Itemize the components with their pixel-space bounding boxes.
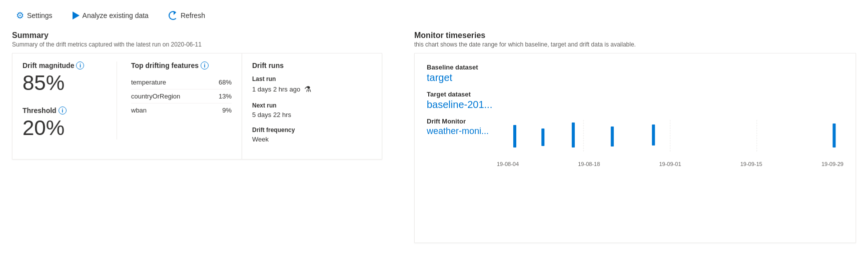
metrics-inner: Drift magnitude i 85% Threshold i 20% [23,62,232,140]
timeseries-section: Monitor timeseries this chart shows the … [414,31,856,243]
drift-magnitude-col: Drift magnitude i 85% Threshold i 20% [23,62,103,140]
top-features-col: Top drifting features i temperature 68% … [131,62,232,140]
chart-xaxis: 19-08-04 19-08-18 19-09-01 19-09-15 19-0… [497,161,843,167]
svg-rect-4 [652,124,655,146]
feature-row-2: wban 9% [131,104,232,117]
feature-row-1: countryOrRegion 13% [131,90,232,104]
top-features-header: Top drifting features i [131,62,232,70]
settings-label: Settings [27,12,53,20]
summary-cards: Drift magnitude i 85% Threshold i 20% [12,53,402,160]
target-dataset-row: Target dataset baseline-201... [427,90,843,110]
main-content: Summary Summary of the drift metrics cap… [12,31,856,243]
play-icon [73,12,80,20]
svg-rect-1 [541,128,544,146]
metrics-card: Drift magnitude i 85% Threshold i 20% [12,53,242,160]
timeseries-title: Monitor timeseries [414,31,856,40]
last-run-value: 1 days 2 hrs ago ⚗ [252,84,372,94]
feature-name-1: countryOrRegion [131,92,180,100]
threshold-value: 20% [23,116,103,140]
vertical-divider [117,62,117,140]
xaxis-label-0: 19-08-04 [497,161,519,167]
settings-button[interactable]: ⚙ Settings [12,8,57,23]
summary-subtitle: Summary of the drift metrics captured wi… [12,41,402,48]
drift-frequency-label: Drift frequency [252,126,372,134]
xaxis-label-1: 19-08-18 [578,161,600,167]
svg-rect-5 [832,124,835,148]
threshold-label: Threshold i [23,106,103,114]
refresh-button[interactable]: Refresh [165,9,209,22]
drift-frequency-value: Week [252,136,372,143]
flask-icon: ⚗ [304,84,311,94]
summary-title: Summary [12,31,402,40]
drift-magnitude-value: 85% [23,72,103,94]
last-run-label: Last run [252,76,372,82]
xaxis-label-4: 19-09-29 [821,161,843,167]
feature-row-0: temperature 68% [131,76,232,90]
drift-monitor-label: Drift Monitor [427,118,497,125]
summary-section: Summary Summary of the drift metrics cap… [12,31,402,243]
refresh-label: Refresh [181,12,205,20]
svg-rect-0 [513,125,516,148]
analyze-button[interactable]: Analyze existing data [69,10,153,22]
target-dataset-label: Target dataset [427,90,843,98]
next-run-value: 5 days 22 hrs [252,111,372,118]
feature-pct-2: 9% [222,106,232,114]
drift-runs-header: Drift runs [252,62,372,70]
timeseries-content: Baseline dataset target Target dataset b… [414,53,856,243]
analyze-label: Analyze existing data [83,12,149,20]
next-run-label: Next run [252,102,372,109]
drift-monitor-label-col: Drift Monitor weather-moni... [427,118,497,136]
baseline-dataset-value[interactable]: target [427,72,843,84]
feature-pct-1: 13% [219,92,232,100]
threshold-section: Threshold i 20% [23,106,103,140]
timeseries-subtitle: this chart shows the date range for whic… [414,41,856,48]
top-features-info-icon[interactable]: i [201,62,209,70]
drift-magnitude-label: Drift magnitude i [23,62,103,70]
feature-pct-0: 68% [219,78,232,86]
xaxis-label-2: 19-09-01 [659,161,681,167]
chart-area: 19-08-04 19-08-18 19-09-01 19-09-15 19-0… [497,118,843,167]
target-dataset-value[interactable]: baseline-201... [427,99,843,110]
drift-runs-card: Drift runs Last run 1 days 2 hrs ago ⚗ N… [242,53,382,160]
svg-rect-2 [572,122,575,148]
xaxis-label-3: 19-09-15 [740,161,762,167]
svg-rect-3 [611,126,614,146]
baseline-dataset-label: Baseline dataset [427,64,843,71]
timeseries-chart [497,118,843,158]
threshold-info-icon[interactable]: i [59,106,67,114]
feature-list: temperature 68% countryOrRegion 13% wban… [131,76,232,117]
toolbar: ⚙ Settings Analyze existing data Refresh [12,8,856,23]
baseline-dataset-row: Baseline dataset target [427,64,843,84]
gear-icon: ⚙ [16,10,24,21]
feature-name-0: temperature [131,78,166,86]
drift-monitor-value[interactable]: weather-moni... [427,126,497,136]
drift-monitor-row: Drift Monitor weather-moni... [427,118,843,167]
drift-magnitude-info-icon[interactable]: i [76,62,84,70]
feature-name-2: wban [131,106,147,114]
refresh-icon [169,11,178,20]
